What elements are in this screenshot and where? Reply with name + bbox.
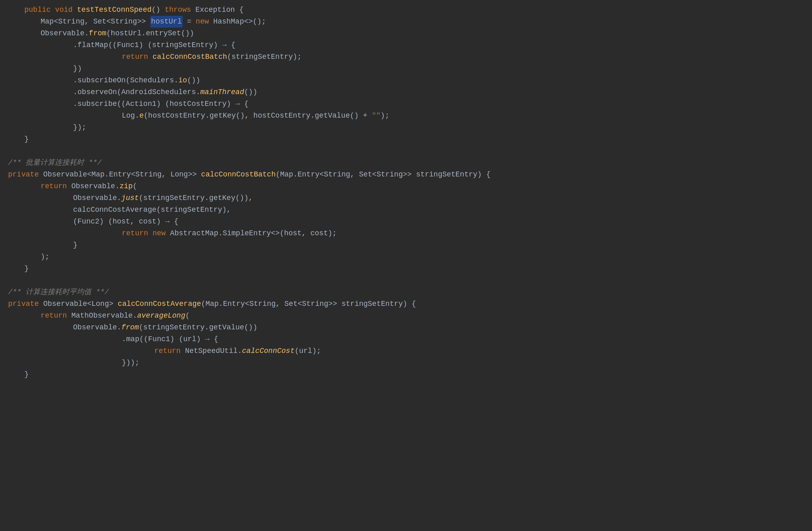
code-token: { [209, 333, 218, 345]
code-token: (Map.Entry<String, Set<String>> stringSe… [201, 298, 416, 310]
code-token: String [111, 16, 137, 28]
code-line: })); [0, 357, 812, 369]
code-token: new [153, 228, 170, 239]
code-line: ); [0, 251, 812, 263]
code-line: Observable.just(stringSetEntry.getKey())… [0, 192, 812, 204]
code-token: 批量计算连接耗时 [26, 157, 84, 169]
code-line: /** 计算连接耗时平均值 **/ [0, 286, 812, 298]
code-token: io [178, 75, 187, 86]
code-line: }); [0, 122, 812, 133]
code-token: .subscribe((Action1) (hostCostEntry) [73, 98, 235, 110]
code-token: calcConnCostBatch [153, 51, 227, 63]
code-token: ()) [244, 86, 257, 98]
code-token: < [87, 169, 91, 181]
code-token: void [55, 4, 77, 16]
code-line: } [0, 239, 812, 251]
code-token: > [109, 298, 118, 310]
code-line: return Observable.zip( [0, 181, 812, 192]
code-token: throws [165, 4, 196, 16]
code-token: Long [91, 298, 109, 310]
code-line: .subscribeOn(Schedulers.io()) [0, 75, 812, 86]
code-token: return [154, 345, 185, 357]
code-token: testTestConnSpeed [77, 4, 152, 16]
code-token: String, Set [58, 16, 106, 28]
code-token: from [121, 322, 139, 333]
code-token: private [8, 169, 43, 181]
code-token: /** [8, 286, 26, 298]
code-token: → [222, 39, 227, 51]
code-token: just [121, 192, 139, 204]
code-token: averageLong [137, 310, 186, 322]
code-line [0, 145, 812, 157]
code-token: calcConnCostAverage(stringSetEntry), [73, 204, 231, 216]
code-token: (stringSetEntry.getValue()) [139, 322, 257, 333]
code-token: (hostCostEntry.getKey(), hostCostEntry.g… [144, 110, 372, 122]
code-line: private Observable<Map.Entry<String, Lon… [0, 169, 812, 181]
code-token: } [73, 239, 78, 251]
code-line: return new AbstractMap.SimpleEntry<>(hos… [0, 228, 812, 239]
code-token: } [24, 369, 29, 381]
code-token: = [183, 16, 196, 28]
code-token: → [235, 98, 240, 110]
code-token: >> [188, 169, 201, 181]
code-token: ()) [187, 75, 200, 86]
code-line: Map<String, Set<String>> hostUrl = new H… [0, 16, 812, 28]
code-token: ); [380, 110, 389, 122]
code-token: Observable. [71, 181, 120, 192]
code-token: { [170, 216, 179, 228]
code-token: new [196, 16, 213, 28]
code-token: Log. [122, 110, 139, 122]
code-token: 计算连接耗时平均值 [26, 286, 91, 298]
code-token: .observeOn(AndroidSchedulers. [73, 86, 200, 98]
code-line: return MathObservable.averageLong( [0, 310, 812, 322]
code-token: Observable [43, 169, 87, 181]
code-token: /** [8, 157, 26, 169]
code-line: Observable.from(hostUrl.entrySet()) [0, 28, 812, 39]
code-token: return [41, 181, 71, 192]
code-token: }) [73, 63, 82, 75]
code-token: from [89, 28, 106, 39]
code-token: { [240, 98, 248, 110]
code-token: (Map.Entry<String, Set<String>> stringSe… [276, 169, 490, 181]
code-line: } [0, 369, 812, 381]
code-token: ( [133, 181, 137, 192]
code-token: } [24, 133, 29, 145]
code-token: calcConnCost [242, 345, 295, 357]
code-token: return [122, 228, 153, 239]
code-token: Map.Entry [91, 169, 131, 181]
code-token: .map((Func1) (url) [122, 333, 205, 345]
code-token: < [87, 298, 91, 310]
code-line: } [0, 263, 812, 275]
code-token: (Func2) (host, cost) [73, 216, 165, 228]
code-token: (stringSetEntry); [227, 51, 302, 63]
code-token: Exception { [195, 4, 244, 16]
code-token: NetSpeedUtil. [185, 345, 242, 357]
code-token: → [205, 333, 209, 345]
code-token: mainThread [200, 86, 244, 98]
code-token: zip [119, 181, 132, 192]
code-token: Observable. [73, 192, 121, 204]
code-line: } [0, 133, 812, 145]
code-line: /** 批量计算连接耗时 **/ [0, 157, 812, 169]
code-token: return [41, 310, 71, 322]
code-token: ( [185, 310, 190, 322]
code-line: public void testTestConnSpeed() throws E… [0, 4, 812, 16]
code-token: **/ [84, 157, 102, 169]
code-token: e [139, 110, 144, 122]
code-token: }); [73, 122, 86, 133]
code-token: **/ [91, 286, 109, 298]
code-token: private [8, 298, 43, 310]
code-line: .observeOn(AndroidSchedulers.mainThread(… [0, 86, 812, 98]
code-token: Map [41, 16, 54, 28]
code-line: }) [0, 63, 812, 75]
code-token: MathObservable. [71, 310, 137, 322]
code-token: Observable. [73, 322, 121, 333]
code-token: { [227, 39, 235, 51]
code-token: })); [122, 357, 139, 369]
code-token: return [122, 51, 153, 63]
code-line: (Func2) (host, cost) → { [0, 216, 812, 228]
code-token: public [24, 4, 55, 16]
code-token: AbstractMap.SimpleEntry<>(host, cost); [170, 228, 337, 239]
code-line: calcConnCostAverage(stringSetEntry), [0, 204, 812, 216]
code-line: return calcConnCostBatch(stringSetEntry)… [0, 51, 812, 63]
